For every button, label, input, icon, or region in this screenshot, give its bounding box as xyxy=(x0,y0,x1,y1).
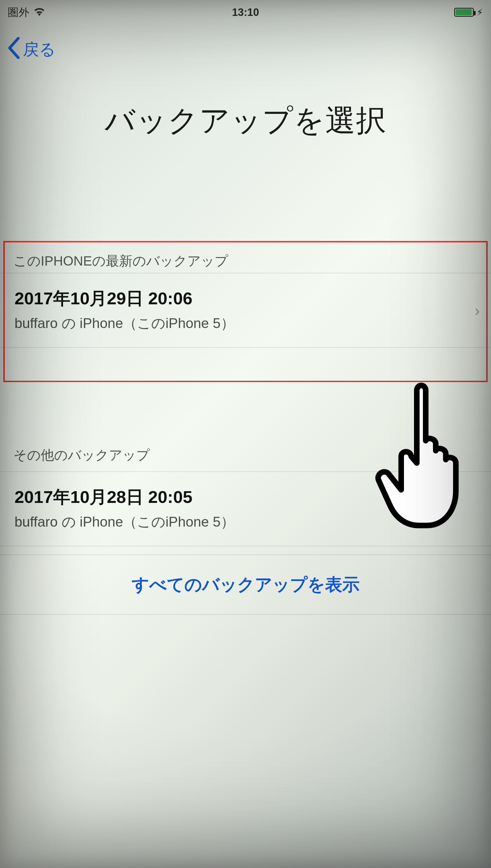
page-title: バックアップを選択 xyxy=(0,100,491,141)
cell-group-latest: 2017年10月29日 20:06 buffaro の iPhone（このiPh… xyxy=(0,273,491,348)
status-bar: 圏外 13:10 ⚡︎ xyxy=(0,0,491,25)
back-button[interactable]: 戻る xyxy=(7,37,56,62)
section-header-other: その他のバックアップ xyxy=(0,446,491,471)
status-time: 13:10 xyxy=(232,6,259,19)
back-label: 戻る xyxy=(23,39,56,61)
charging-icon: ⚡︎ xyxy=(476,7,483,18)
backup-datetime: 2017年10月29日 20:06 xyxy=(15,287,476,310)
cell-group-other: 2017年10月28日 20:05 buffaro の iPhone（このiPh… xyxy=(0,471,491,546)
backup-datetime: 2017年10月28日 20:05 xyxy=(15,485,476,509)
backup-item-latest[interactable]: 2017年10月29日 20:06 buffaro の iPhone（このiPh… xyxy=(0,273,491,348)
status-right: ⚡︎ xyxy=(454,7,483,18)
chevron-right-icon: › xyxy=(474,301,480,319)
show-all-backups-button[interactable]: すべてのバックアップを表示 xyxy=(0,555,491,615)
backup-device: buffaro の iPhone（このiPhone 5） xyxy=(15,513,476,531)
status-left: 圏外 xyxy=(8,5,45,20)
wifi-icon xyxy=(33,6,45,19)
battery-icon xyxy=(454,8,474,17)
backup-item-other[interactable]: 2017年10月28日 20:05 buffaro の iPhone（このiPh… xyxy=(0,471,491,546)
carrier-label: 圏外 xyxy=(8,5,30,20)
chevron-left-icon xyxy=(7,37,21,62)
nav-bar: 戻る xyxy=(0,33,491,66)
backup-device: buffaro の iPhone（このiPhone 5） xyxy=(15,314,476,333)
